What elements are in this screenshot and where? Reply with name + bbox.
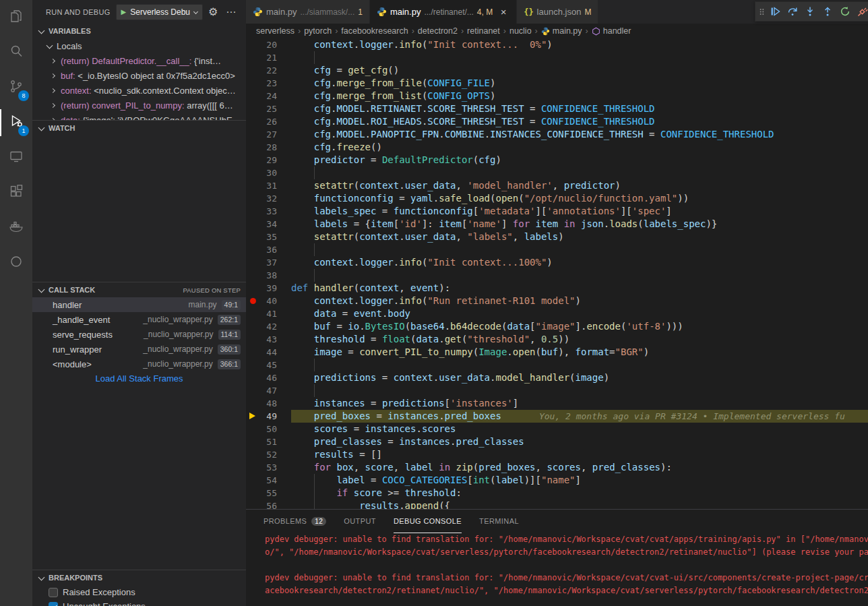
- gutter[interactable]: 26: [246, 115, 291, 128]
- debug-console-output[interactable]: pydev debugger: unable to find translati…: [246, 533, 868, 597]
- variable-row[interactable]: context: <nuclio_sdk.context.Context obj…: [32, 83, 246, 98]
- activity-explorer[interactable]: [0, 0, 32, 35]
- step-out-button[interactable]: [819, 3, 836, 20]
- gutter[interactable]: 38: [246, 269, 291, 282]
- code-content[interactable]: [291, 166, 868, 179]
- watch-pane-header[interactable]: WATCH: [32, 121, 246, 135]
- code-content[interactable]: buf = io.BytesIO(base64.b64decode(data["…: [291, 320, 868, 333]
- console-line[interactable]: pydev debugger: unable to find translati…: [265, 572, 868, 584]
- console-line[interactable]: acebookresearch/detectron2/retinanet/nuc…: [265, 584, 868, 597]
- code-line-28[interactable]: 28 cfg.freeze(): [246, 141, 868, 154]
- more-actions-icon[interactable]: ⋯: [223, 6, 239, 18]
- gutter[interactable]: 23: [246, 77, 291, 90]
- gutter[interactable]: 40: [246, 295, 291, 307]
- gutter[interactable]: 51: [246, 435, 291, 448]
- code-line-51[interactable]: 51 pred_classes = instances.pred_classes: [246, 435, 868, 448]
- code-line-25[interactable]: 25 cfg.MODEL.RETINANET.SCORE_THRESH_TEST…: [246, 102, 868, 115]
- code-line-31[interactable]: 31 setattr(context.user_data, 'model_han…: [246, 179, 868, 192]
- chevron-right-icon[interactable]: [51, 58, 55, 63]
- breakpoint-icon[interactable]: [250, 298, 256, 304]
- disconnect-button[interactable]: [854, 3, 868, 20]
- stack-frame[interactable]: handlermain.py49:1: [32, 297, 246, 312]
- gutter[interactable]: 28: [246, 141, 291, 154]
- activity-search[interactable]: [0, 35, 32, 70]
- breadcrumb-item[interactable]: retinanet: [467, 26, 500, 36]
- code-content[interactable]: cfg.merge_from_list(CONFIG_OPTS): [291, 90, 868, 102]
- chevron-right-icon[interactable]: [51, 73, 55, 78]
- code-line-55[interactable]: 55 if score >= threshold:: [246, 487, 868, 499]
- gutter[interactable]: 41: [246, 307, 291, 320]
- chevron-right-icon[interactable]: [51, 117, 55, 120]
- variable-row[interactable]: (return) DefaultPredictor.__call__: {'in…: [32, 53, 246, 68]
- console-line[interactable]: [265, 559, 868, 572]
- code-line-36[interactable]: 36: [246, 243, 868, 256]
- code-line-54[interactable]: 54 label = COCO_CATEGORIES[int(label)]["…: [246, 474, 868, 487]
- variables-pane-header[interactable]: VARIABLES: [32, 24, 246, 38]
- gutter[interactable]: 20: [246, 38, 291, 51]
- gutter[interactable]: 45: [246, 359, 291, 371]
- breadcrumb-item[interactable]: serverless: [256, 26, 294, 36]
- code-line-50[interactable]: 50 scores = instances.scores: [246, 423, 868, 435]
- code-content[interactable]: [291, 269, 868, 282]
- code-content[interactable]: cfg.MODEL.PANOPTIC_FPN.COMBINE.INSTANCES…: [291, 128, 868, 141]
- code-line-33[interactable]: 33 labels_spec = functionconfig['metadat…: [246, 205, 868, 218]
- code-line-39[interactable]: 39def handler(context, event):: [246, 282, 868, 295]
- code-line-53[interactable]: 53 for box, score, label in zip(pred_box…: [246, 461, 868, 474]
- chevron-right-icon[interactable]: [51, 88, 55, 92]
- gutter[interactable]: 29: [246, 154, 291, 166]
- gutter[interactable]: 33: [246, 205, 291, 218]
- editor-tab[interactable]: {}launch.jsonM: [517, 0, 598, 24]
- code-content[interactable]: pred_boxes = instances.pred_boxesYou, 2 …: [291, 410, 868, 423]
- drag-handle-icon[interactable]: [757, 3, 766, 20]
- code-line-26[interactable]: 26 cfg.MODEL.ROI_HEADS.SCORE_THRESH_TEST…: [246, 115, 868, 128]
- code-line-40[interactable]: 40 context.logger.info("Run retinanet-R1…: [246, 295, 868, 307]
- code-line-29[interactable]: 29 predictor = DefaultPredictor(cfg): [246, 154, 868, 166]
- call-stack-pane-header[interactable]: CALL STACK PAUSED ON STEP: [32, 282, 246, 297]
- activity-extension-circle[interactable]: [0, 245, 32, 280]
- code-content[interactable]: instances = predictions['instances']: [291, 397, 868, 410]
- close-icon[interactable]: ×: [497, 6, 509, 18]
- gutter[interactable]: 39: [246, 282, 291, 295]
- code-line-52[interactable]: 52 results = []: [246, 448, 868, 461]
- breadcrumb-item[interactable]: main.py: [541, 26, 582, 36]
- stack-frame[interactable]: serve_requests_nuclio_wrapper.py114:1: [32, 327, 246, 342]
- scope-locals[interactable]: Locals: [32, 38, 246, 53]
- editor-tab[interactable]: main.py.../siammask/...1: [246, 0, 370, 24]
- gutter[interactable]: 36: [246, 243, 291, 256]
- code-content[interactable]: pred_classes = instances.pred_classes: [291, 435, 868, 448]
- debug-config-dropdown[interactable]: ▶ Serverless Debu: [116, 4, 203, 20]
- gutter[interactable]: 34: [246, 218, 291, 231]
- code-content[interactable]: functionconfig = yaml.safe_load(open("/o…: [291, 192, 868, 205]
- code-line-32[interactable]: 32 functionconfig = yaml.safe_load(open(…: [246, 192, 868, 205]
- gutter[interactable]: 53: [246, 461, 291, 474]
- breadcrumb-item[interactable]: detectron2: [418, 26, 458, 36]
- gutter[interactable]: 50: [246, 423, 291, 435]
- gutter[interactable]: 42: [246, 320, 291, 333]
- gutter[interactable]: 27: [246, 128, 291, 141]
- checkbox[interactable]: [49, 588, 58, 597]
- code-content[interactable]: cfg.merge_from_file(CONFIG_FILE): [291, 77, 868, 90]
- gutter[interactable]: 21: [246, 51, 291, 64]
- code-content[interactable]: predictions = context.user_data.model_ha…: [291, 371, 868, 384]
- gutter[interactable]: 52: [246, 448, 291, 461]
- code-line-44[interactable]: 44 image = convert_PIL_to_numpy(Image.op…: [246, 346, 868, 359]
- code-line-23[interactable]: 23 cfg.merge_from_file(CONFIG_FILE): [246, 77, 868, 90]
- breakpoint-row[interactable]: Raised Exceptions: [32, 585, 246, 599]
- stack-frame[interactable]: <module>_nuclio_wrapper.py366:1: [32, 357, 246, 371]
- code-content[interactable]: context.logger.info("Run retinanet-R101 …: [291, 295, 868, 307]
- gutter[interactable]: 32: [246, 192, 291, 205]
- code-line-42[interactable]: 42 buf = io.BytesIO(base64.b64decode(dat…: [246, 320, 868, 333]
- code-content[interactable]: [291, 359, 868, 371]
- code-content[interactable]: [291, 243, 868, 256]
- panel-tab-terminal[interactable]: TERMINAL: [479, 510, 519, 533]
- checkbox[interactable]: [49, 602, 58, 606]
- gutter[interactable]: 44: [246, 346, 291, 359]
- code-content[interactable]: context.logger.info("Init context... 0%"…: [291, 38, 868, 51]
- code-content[interactable]: setattr(context.user_data, 'model_handle…: [291, 179, 868, 192]
- code-line-38[interactable]: 38: [246, 269, 868, 282]
- code-content[interactable]: cfg.MODEL.ROI_HEADS.SCORE_THRESH_TEST = …: [291, 115, 868, 128]
- gutter[interactable]: 37: [246, 256, 291, 269]
- breakpoints-pane-header[interactable]: BREAKPOINTS: [32, 570, 246, 585]
- gutter[interactable]: 56: [246, 499, 291, 509]
- code-line-43[interactable]: 43 threshold = float(data.get("threshold…: [246, 333, 868, 346]
